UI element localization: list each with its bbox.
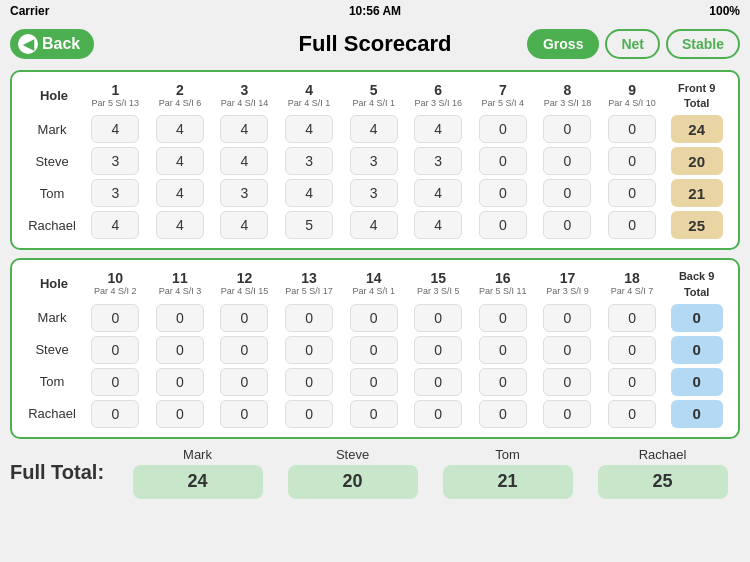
score-cell[interactable]: 4 [278, 178, 341, 208]
score-box: 0 [543, 211, 591, 239]
front9-total-box: 25 [671, 211, 723, 239]
full-total-label: Full Total: [10, 461, 120, 484]
score-cell[interactable]: 4 [213, 210, 276, 240]
score-cell[interactable]: 4 [84, 114, 147, 144]
score-box: 4 [285, 115, 333, 143]
score-cell[interactable]: 4 [407, 210, 470, 240]
net-pill[interactable]: Net [605, 29, 660, 59]
score-cell[interactable]: 0 [601, 146, 664, 176]
score-cell[interactable]: 0 [601, 114, 664, 144]
score-cell[interactable]: 4 [149, 114, 212, 144]
score-cell[interactable]: 0 [472, 399, 535, 429]
score-cell[interactable]: 0 [84, 335, 147, 365]
score-cell[interactable]: 0 [149, 303, 212, 333]
score-cell[interactable]: 0 [278, 367, 341, 397]
score-box: 5 [285, 211, 333, 239]
score-cell[interactable]: 4 [407, 178, 470, 208]
score-cell[interactable]: 0 [342, 399, 405, 429]
score-box: 4 [414, 115, 462, 143]
score-cell[interactable]: 0 [601, 303, 664, 333]
rachael-total-col: Rachael 25 [585, 447, 740, 499]
score-cell[interactable]: 4 [342, 210, 405, 240]
score-cell[interactable]: 0 [536, 210, 599, 240]
score-box: 4 [285, 179, 333, 207]
score-cell[interactable]: 4 [84, 210, 147, 240]
steve-total-name: Steve [336, 447, 369, 462]
score-box: 0 [479, 211, 527, 239]
score-cell[interactable]: 0 [601, 399, 664, 429]
front9-hole-5: 5Par 4 S/I 1 [342, 80, 405, 112]
score-cell[interactable]: 0 [601, 178, 664, 208]
score-cell[interactable]: 0 [472, 210, 535, 240]
score-cell[interactable]: 3 [84, 178, 147, 208]
front9-hole-3: 3Par 4 S/I 14 [213, 80, 276, 112]
score-cell[interactable]: 0 [278, 399, 341, 429]
score-box: 0 [220, 368, 268, 396]
score-cell[interactable]: 0 [407, 399, 470, 429]
score-cell[interactable]: 4 [149, 178, 212, 208]
score-cell[interactable]: 3 [84, 146, 147, 176]
score-box: 0 [543, 179, 591, 207]
score-cell[interactable]: 3 [407, 146, 470, 176]
score-cell[interactable]: 0 [213, 367, 276, 397]
back9-table: Hole 10Par 4 S/I 2 11Par 4 S/I 3 12Par 4… [20, 266, 730, 430]
score-cell[interactable]: 0 [342, 335, 405, 365]
score-cell[interactable]: 0 [213, 303, 276, 333]
score-cell[interactable]: 3 [213, 178, 276, 208]
score-cell[interactable]: 0 [213, 399, 276, 429]
score-cell[interactable]: 4 [278, 114, 341, 144]
score-cell[interactable]: 4 [342, 114, 405, 144]
score-cell[interactable]: 0 [536, 367, 599, 397]
back-button[interactable]: ◀ Back [10, 29, 94, 59]
score-cell[interactable]: 0 [84, 303, 147, 333]
score-cell[interactable]: 0 [84, 367, 147, 397]
score-cell[interactable]: 0 [407, 303, 470, 333]
score-cell[interactable]: 0 [278, 335, 341, 365]
stable-pill[interactable]: Stable [666, 29, 740, 59]
score-cell[interactable]: 5 [278, 210, 341, 240]
score-cell[interactable]: 0 [601, 210, 664, 240]
score-cell[interactable]: 0 [536, 399, 599, 429]
score-cell[interactable]: 4 [149, 210, 212, 240]
score-cell[interactable]: 0 [213, 335, 276, 365]
score-cell[interactable]: 0 [407, 367, 470, 397]
score-cell[interactable]: 0 [536, 178, 599, 208]
score-cell[interactable]: 0 [472, 335, 535, 365]
score-cell[interactable]: 0 [601, 335, 664, 365]
score-cell[interactable]: 0 [84, 399, 147, 429]
score-cell[interactable]: 0 [472, 303, 535, 333]
score-cell[interactable]: 3 [342, 178, 405, 208]
score-cell[interactable]: 0 [407, 335, 470, 365]
score-cell[interactable]: 0 [472, 146, 535, 176]
rachael-total-name: Rachael [639, 447, 687, 462]
score-cell[interactable]: 0 [536, 114, 599, 144]
scoring-type-pills: Gross Net Stable [527, 29, 740, 59]
score-box: 4 [414, 179, 462, 207]
score-cell[interactable]: 0 [472, 114, 535, 144]
score-cell[interactable]: 0 [536, 335, 599, 365]
score-box: 4 [156, 115, 204, 143]
score-box: 0 [156, 368, 204, 396]
score-cell[interactable]: 0 [342, 367, 405, 397]
score-cell[interactable]: 0 [149, 335, 212, 365]
score-box: 0 [543, 304, 591, 332]
score-cell[interactable]: 0 [536, 146, 599, 176]
back9-hole-16: 16Par 5 S/I 11 [472, 268, 535, 300]
score-cell[interactable]: 4 [407, 114, 470, 144]
score-cell[interactable]: 0 [472, 367, 535, 397]
score-cell[interactable]: 4 [213, 146, 276, 176]
score-cell[interactable]: 0 [536, 303, 599, 333]
score-cell[interactable]: 3 [278, 146, 341, 176]
gross-pill[interactable]: Gross [527, 29, 599, 59]
score-cell[interactable]: 0 [149, 367, 212, 397]
score-cell[interactable]: 0 [342, 303, 405, 333]
score-cell[interactable]: 0 [149, 399, 212, 429]
score-cell[interactable]: 0 [601, 367, 664, 397]
score-cell[interactable]: 0 [278, 303, 341, 333]
score-box: 0 [479, 368, 527, 396]
score-box: 0 [414, 304, 462, 332]
score-cell[interactable]: 3 [342, 146, 405, 176]
score-cell[interactable]: 0 [472, 178, 535, 208]
score-cell[interactable]: 4 [213, 114, 276, 144]
score-cell[interactable]: 4 [149, 146, 212, 176]
